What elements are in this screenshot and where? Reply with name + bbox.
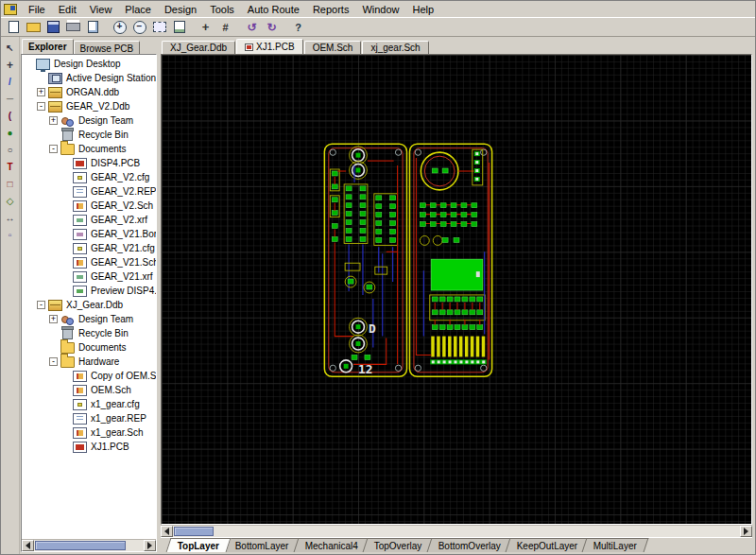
- tree-expander-icon[interactable]: +: [49, 315, 58, 323]
- save-document-icon[interactable]: [43, 19, 63, 35]
- tree-item[interactable]: +Design Team: [22, 113, 156, 128]
- rep-file-icon: [73, 413, 87, 425]
- tree-item[interactable]: Active Design Stations: [22, 71, 156, 85]
- snap-grid-icon[interactable]: [215, 19, 235, 35]
- main-toolbar: [1, 18, 755, 37]
- scrollbar-thumb[interactable]: [35, 541, 126, 550]
- tree-item[interactable]: -GEAR_V2.Ddb: [22, 99, 156, 113]
- zoom-window-icon[interactable]: [149, 19, 169, 35]
- polygon-tool-icon[interactable]: [2, 193, 19, 209]
- explorer-tab[interactable]: Explorer: [22, 39, 74, 54]
- room-tool-icon[interactable]: [2, 227, 19, 243]
- menu-item[interactable]: Place: [118, 2, 158, 17]
- tree-item[interactable]: GEAR_V2.cfg: [22, 170, 156, 184]
- string-tool-icon[interactable]: [2, 159, 19, 175]
- layer-tab[interactable]: TopOverlay: [363, 538, 434, 552]
- layer-tab[interactable]: TopLayer: [166, 538, 232, 552]
- tree-item[interactable]: Design Desktop: [22, 57, 156, 71]
- explorer-scrollbar[interactable]: [22, 539, 156, 551]
- zoom-document-icon[interactable]: [169, 19, 189, 35]
- tree-item[interactable]: -Hardware: [22, 355, 156, 369]
- dimension-tool-icon[interactable]: [2, 210, 19, 226]
- layer-tab[interactable]: BottomLayer: [224, 538, 301, 552]
- tree-item[interactable]: x1_gear.Sch: [22, 425, 156, 440]
- menu-item[interactable]: Tools: [203, 2, 241, 17]
- tree-expander-icon[interactable]: -: [49, 145, 58, 153]
- tree-item[interactable]: DISP4.PCB: [22, 156, 156, 170]
- menu-item[interactable]: Reports: [306, 2, 356, 17]
- layer-tab[interactable]: MultiLayer: [582, 538, 649, 552]
- menu-item[interactable]: Window: [355, 2, 405, 17]
- print-preview-icon[interactable]: [83, 19, 103, 35]
- tree-item[interactable]: GEAR_V21.Bom: [22, 227, 156, 241]
- tree-expander-icon[interactable]: -: [49, 357, 58, 366]
- tree-item[interactable]: XJ1.PCB: [22, 440, 156, 454]
- arc-tool-icon[interactable]: [2, 108, 19, 124]
- tree-item[interactable]: Preview DISP4.PPC: [22, 284, 156, 298]
- tree-item[interactable]: -XJ_Gear.Ddb: [22, 298, 156, 312]
- scrollbar-thumb[interactable]: [174, 527, 214, 536]
- tree-item[interactable]: Copy of OEM.Sch: [22, 369, 156, 383]
- open-document-icon[interactable]: [24, 19, 43, 35]
- tree-item[interactable]: GEAR_V2.xrf: [22, 213, 156, 227]
- tree-item[interactable]: OEM.Sch: [22, 383, 156, 397]
- document-tab[interactable]: OEM.Sch: [304, 41, 362, 54]
- explorer-tab[interactable]: Browse PCB: [74, 41, 141, 54]
- select-tool-icon[interactable]: [2, 40, 19, 56]
- tree-item[interactable]: Recycle Bin: [22, 128, 156, 142]
- tree-item[interactable]: GEAR_V2.REP: [22, 184, 156, 199]
- tree-item[interactable]: GEAR_V21.xrf: [22, 269, 156, 284]
- xrf-file-icon: [73, 215, 87, 226]
- wiring-tool-icon[interactable]: [2, 74, 19, 90]
- layer-tab-label: MultiLayer: [593, 540, 637, 552]
- component-tool-icon[interactable]: [2, 176, 19, 192]
- tree-item[interactable]: GEAR_V2.Sch: [22, 199, 156, 213]
- pad-tool-icon[interactable]: [2, 125, 19, 141]
- editor-scrollbar[interactable]: [161, 525, 752, 537]
- tree-expander-icon[interactable]: +: [37, 88, 45, 96]
- layer-tab[interactable]: Mechanical4: [294, 538, 370, 552]
- document-tab[interactable]: XJ_Gear.Ddb: [162, 41, 235, 54]
- tree-item[interactable]: x1_gear.REP: [22, 411, 156, 425]
- document-tab[interactable]: XJ1.PCB: [236, 39, 303, 54]
- print-icon[interactable]: [63, 19, 83, 35]
- pcb-drawing: D 12: [162, 55, 751, 524]
- recycle-bin-icon: [62, 130, 73, 141]
- tree-item[interactable]: GEAR_V21.cfg: [22, 241, 156, 255]
- scroll-left-icon[interactable]: [22, 540, 34, 551]
- menu-item[interactable]: File: [22, 2, 52, 17]
- document-tab[interactable]: xj_gear.Sch: [362, 41, 428, 54]
- new-document-icon[interactable]: [4, 19, 24, 35]
- undo-icon[interactable]: [242, 19, 262, 35]
- scroll-left-icon[interactable]: [161, 526, 173, 537]
- menu-item[interactable]: Auto Route: [241, 2, 306, 17]
- tree-item[interactable]: Documents: [22, 340, 156, 355]
- tree-item[interactable]: -Documents: [22, 142, 156, 156]
- zoom-in-icon[interactable]: [110, 19, 129, 35]
- app-icon[interactable]: [4, 4, 17, 15]
- line-tool-icon[interactable]: [2, 91, 19, 107]
- crosshair-icon[interactable]: [196, 19, 215, 35]
- scroll-right-icon[interactable]: [144, 540, 156, 551]
- tree-item[interactable]: +ORGAN.ddb: [22, 85, 156, 99]
- menu-item[interactable]: Design: [158, 2, 203, 17]
- tree-item[interactable]: Recycle Bin: [22, 326, 156, 340]
- help-icon[interactable]: [288, 19, 308, 35]
- tree-item[interactable]: GEAR_V21.Sch: [22, 255, 156, 269]
- tree-item[interactable]: x1_gear.cfg: [22, 397, 156, 411]
- redo-icon[interactable]: [262, 19, 282, 35]
- tree-expander-icon[interactable]: -: [37, 301, 45, 309]
- layer-tab[interactable]: BottomOverlay: [426, 538, 512, 552]
- layer-tab[interactable]: KeepOutLayer: [505, 538, 589, 552]
- menu-item[interactable]: Help: [406, 2, 441, 17]
- pcb-canvas[interactable]: D 12: [161, 54, 752, 525]
- scroll-right-icon[interactable]: [740, 526, 752, 537]
- zoom-out-icon[interactable]: [129, 19, 149, 35]
- menu-item[interactable]: View: [83, 2, 119, 17]
- tree-expander-icon[interactable]: +: [49, 116, 58, 125]
- tree-expander-icon[interactable]: -: [37, 102, 45, 111]
- tree-item[interactable]: +Design Team: [22, 312, 156, 326]
- crosshair-tool-icon[interactable]: [2, 57, 19, 73]
- via-tool-icon[interactable]: [2, 142, 19, 158]
- menu-item[interactable]: Edit: [52, 2, 83, 17]
